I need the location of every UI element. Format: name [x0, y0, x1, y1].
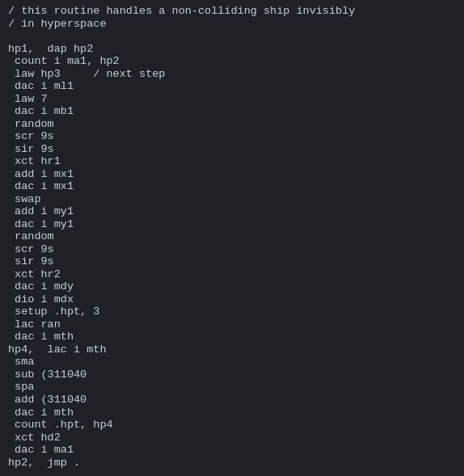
code-line: dac i mdy	[8, 280, 456, 293]
code-line: count i ma1, hp2	[8, 55, 456, 68]
code-line: xct hr2	[8, 268, 456, 281]
code-line: count .hpt, hp4	[8, 419, 456, 432]
code-line: add i mx1	[8, 168, 456, 181]
code-line: sma	[8, 356, 456, 369]
code-line: law 7	[8, 93, 456, 106]
code-line: sir 9s	[8, 255, 456, 268]
code-line: xct hr1	[8, 155, 456, 168]
code-line: spa	[8, 381, 456, 394]
code-line: random	[8, 118, 456, 131]
code-line: dac i ma1	[8, 444, 456, 457]
code-line: xct hd2	[8, 432, 456, 444]
code-line: hp4, lac i mth	[8, 343, 456, 356]
code-line: dio i mdx	[8, 293, 456, 306]
code-line: / this routine handles a non-colliding s…	[8, 5, 456, 18]
code-line: / in hyperspace	[8, 18, 456, 31]
code-line: dac i mx1	[8, 180, 456, 193]
code-line: dac i my1	[8, 218, 456, 231]
code-line: random	[8, 230, 456, 243]
code-line: scr 9s	[8, 130, 456, 143]
code-line: law hp3 / next step	[8, 68, 456, 81]
code-line	[8, 30, 456, 43]
code-line: dac i mth	[8, 331, 456, 343]
code-line: scr 9s	[8, 243, 456, 256]
code-line: dac i ml1	[8, 80, 456, 93]
code-line: add i my1	[8, 205, 456, 218]
code-line: setup .hpt, 3	[8, 305, 456, 318]
code-line: sub (311040	[8, 369, 456, 381]
code-editor: / this routine handles a non-colliding s…	[0, 0, 464, 476]
code-line: swap	[8, 193, 456, 206]
code-line: lac ran	[8, 318, 456, 331]
code-line: dac i mb1	[8, 105, 456, 118]
code-line: sir 9s	[8, 143, 456, 156]
code-line: dac i mth	[8, 406, 456, 419]
code-line: add (311040	[8, 394, 456, 406]
code-line: hp1, dap hp2	[8, 43, 456, 56]
code-line: hp2, jmp .	[8, 457, 456, 470]
